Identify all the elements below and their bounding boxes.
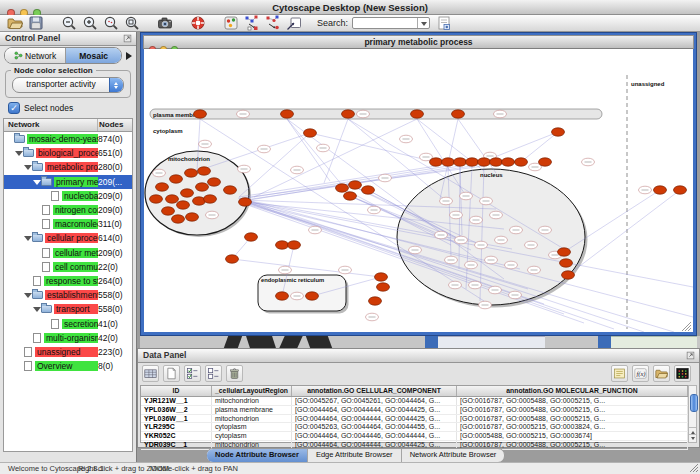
gene-node[interactable] [539,158,552,166]
apply-style-icon[interactable] [265,15,281,31]
gene-node[interactable] [185,169,198,177]
unselect-all-attributes-icon[interactable] [205,365,222,382]
expand-arrow-icon[interactable] [33,178,41,186]
tab-edge-attribute-browser[interactable]: Edge Attribute Browser [308,449,402,462]
gene-node[interactable] [502,158,515,166]
tree-row[interactable]: nitrogen compo209(0) [4,203,132,217]
expand-arrow-icon[interactable] [15,149,23,157]
create-attribute-icon[interactable] [163,365,180,382]
tab-node-attribute-browser[interactable]: Node Attribute Browser [207,449,308,462]
table-scrollbar[interactable] [688,385,697,443]
save-session-icon[interactable] [28,15,44,31]
zoom-fit-icon[interactable] [124,15,140,31]
function-builder-icon[interactable] [632,365,649,382]
tree-row[interactable]: metabolic process280(0) [4,160,132,174]
attribute-table-icon[interactable] [142,365,159,382]
gene-node[interactable] [452,110,465,118]
search-dropdown-icon[interactable] [417,18,429,28]
gene-node[interactable] [239,198,252,206]
gene-node[interactable] [552,128,565,136]
gene-node[interactable] [377,283,390,291]
gene-node[interactable] [349,181,362,189]
gene-node[interactable] [515,158,528,166]
table-scrollbar-thumb[interactable] [690,394,698,412]
tab-mosaic[interactable]: Mosaic [66,48,121,63]
tree-row[interactable]: Overview8(0) [4,359,132,373]
gene-node[interactable] [558,248,571,256]
gene-node[interactable] [172,215,185,223]
tree-row[interactable]: biological_process651(0) [4,146,132,160]
open-session-icon[interactable] [7,15,23,31]
network-window-titlebar[interactable]: primary metabolic process [143,35,694,49]
app-resize-grip[interactable] [689,463,699,473]
column-header[interactable]: annotation.GO MOLECULAR_FUNCTION [457,386,688,396]
gene-node[interactable] [654,186,667,194]
delete-attribute-icon[interactable] [226,365,243,382]
column-header[interactable]: ID [141,386,212,396]
gene-node[interactable] [186,213,199,221]
gene-node[interactable] [674,186,687,194]
node-color-attribute-select[interactable]: transporter activity [12,77,124,93]
gene-node[interactable] [166,195,179,203]
tabs-scroll-right-icon[interactable] [124,51,133,60]
tab-network[interactable]: Network [5,48,66,63]
gene-node[interactable] [344,192,357,200]
gene-node[interactable] [490,158,503,166]
gene-node[interactable] [562,271,575,279]
expand-arrow-icon[interactable] [33,305,41,313]
tree-col-nodes[interactable]: Nodes [98,119,132,131]
expand-arrow-icon[interactable] [24,291,32,299]
gene-node[interactable] [196,183,209,191]
gene-node[interactable] [204,195,217,203]
table-row[interactable]: YKR052Ccytoplasm[GO:0044464, GO:0044446,… [141,432,688,441]
gene-node[interactable] [224,186,237,194]
search-box[interactable] [352,17,430,29]
zoom-selected-icon[interactable] [103,15,119,31]
scroll-down-icon[interactable] [689,434,696,442]
gene-node[interactable] [194,110,207,118]
expand-arrow-icon[interactable] [24,234,32,242]
tree-row[interactable]: cellular process614(0) [4,231,132,245]
gene-node[interactable] [306,292,319,300]
gene-node[interactable] [560,259,573,267]
snapshot-camera-icon[interactable] [157,15,173,31]
select-all-attributes-icon[interactable] [184,365,201,382]
network-window-resize-grip[interactable] [682,322,691,331]
annotation-note-icon[interactable] [611,365,628,382]
tree-col-network[interactable]: Network [4,119,98,131]
search-options-icon[interactable] [436,15,452,31]
gene-node[interactable] [150,195,163,203]
gene-node[interactable] [162,207,175,215]
tree-row[interactable]: establishment of lo558(0) [4,288,132,302]
gene-node[interactable] [430,158,443,166]
gene-node[interactable] [362,186,375,194]
gene-node[interactable] [281,110,294,118]
gene-node[interactable] [411,110,424,118]
vizmapper-icon[interactable] [223,15,239,31]
zoom-in-icon[interactable] [82,15,98,31]
help-lifering-icon[interactable] [190,15,206,31]
gene-node[interactable] [466,158,479,166]
gene-node[interactable] [208,178,221,186]
tree-row[interactable]: cellular metabo209(0) [4,246,132,260]
gene-node[interactable] [276,292,289,300]
gene-node[interactable] [245,233,258,241]
attribute-matrix-icon[interactable] [674,365,691,382]
gene-node[interactable] [177,201,190,209]
import-network-icon[interactable] [286,15,302,31]
search-input[interactable] [353,18,417,28]
gene-node[interactable] [226,255,239,263]
zoom-out-icon[interactable] [61,15,77,31]
tree-row[interactable]: secretion41(0) [4,316,132,330]
table-row[interactable]: YPL036W__1mitochondrion[GO:0044464, GO:0… [141,415,688,424]
gene-node[interactable] [375,273,388,281]
gene-node[interactable] [442,158,455,166]
tab-network-attribute-browser[interactable]: Network Attribute Browser [402,449,505,462]
import-attributes-icon[interactable] [653,365,670,382]
select-nodes-checkbox[interactable]: ✓ [8,102,20,114]
control-panel-float-icon[interactable] [123,34,132,43]
tree-row[interactable]: mosaic-demo-yeast874(0) [4,132,132,146]
gene-node[interactable] [369,297,382,305]
gene-node[interactable] [304,129,317,137]
gene-node[interactable] [288,241,301,249]
